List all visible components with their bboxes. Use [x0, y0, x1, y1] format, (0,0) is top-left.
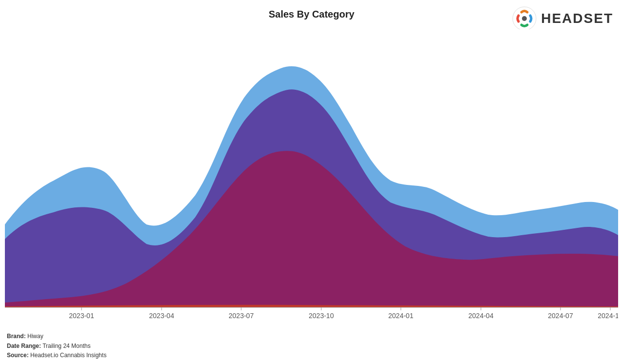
headset-logo-icon — [512, 6, 537, 31]
footer-source: Source: Headset.io Cannabis Insights — [7, 351, 106, 360]
svg-text:2023-07: 2023-07 — [228, 312, 254, 320]
chart-title: Sales By Category — [269, 9, 354, 20]
svg-text:2024-01: 2024-01 — [388, 312, 414, 320]
svg-text:2023-10: 2023-10 — [309, 312, 334, 320]
footer-source-value: Headset.io Cannabis Insights — [30, 352, 106, 359]
header-logo: HEADSET — [512, 6, 613, 31]
logo-text: HEADSET — [541, 11, 613, 26]
footer-date-range: Date Range: Trailing 24 Months — [7, 342, 106, 351]
footer-date-range-label: Date Range: — [7, 343, 41, 349]
svg-text:2023-01: 2023-01 — [69, 312, 94, 320]
svg-text:2024-10: 2024-10 — [598, 312, 618, 320]
footer-brand-value: Hiway — [27, 333, 43, 340]
area-chart: 2023-01 2023-04 2023-07 2023-10 2024-01 … — [5, 29, 618, 325]
svg-text:2024-07: 2024-07 — [548, 312, 573, 320]
svg-text:2023-04: 2023-04 — [149, 312, 174, 320]
svg-text:2024-04: 2024-04 — [468, 312, 494, 320]
chart-container: HEADSET Sales By Category Concentrates F… — [0, 0, 623, 364]
footer-brand: Brand: Hiway — [7, 332, 106, 341]
chart-footer: Brand: Hiway Date Range: Trailing 24 Mon… — [7, 332, 106, 360]
footer-source-label: Source: — [7, 352, 29, 359]
footer-date-range-value: Trailing 24 Months — [42, 343, 90, 349]
footer-brand-label: Brand: — [7, 333, 26, 340]
svg-point-1 — [522, 16, 527, 21]
